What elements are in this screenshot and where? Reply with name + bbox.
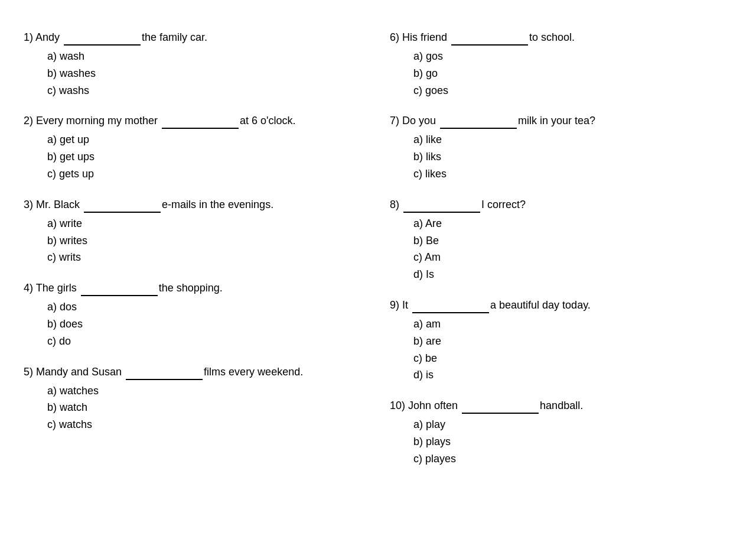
question-text-q9: 9) It a beautiful day today. xyxy=(390,297,732,313)
option-q9-1: b) are xyxy=(408,333,732,350)
option-q5-0: a) watches xyxy=(41,382,354,400)
option-q1-1: b) washes xyxy=(41,65,354,82)
option-q9-0: a) am xyxy=(408,316,732,333)
question-after-q8: I correct? xyxy=(481,199,526,210)
option-q8-3: d) Is xyxy=(408,266,732,283)
question-before-q10: 10) John often xyxy=(390,400,461,411)
question-after-q9: a beautiful day today. xyxy=(490,299,591,311)
question-before-q2: 2) Every morning my mother xyxy=(24,115,161,126)
question-text-q5: 5) Mandy and Susan films every weekend. xyxy=(24,364,354,380)
option-q10-0: a) play xyxy=(408,416,732,433)
question-block-q2: 2) Every morning my mother at 6 o'clock.… xyxy=(24,113,354,182)
option-q6-1: b) go xyxy=(408,65,732,82)
options-list-q9: a) amb) arec) bed) is xyxy=(390,316,732,384)
option-q4-1: b) does xyxy=(41,316,354,333)
question-blank-q6 xyxy=(451,33,528,46)
question-before-q9: 9) It xyxy=(390,299,411,311)
option-q2-1: b) get ups xyxy=(41,148,354,166)
question-after-q2: at 6 o'clock. xyxy=(240,115,295,126)
question-block-q6: 6) His friend to school.a) gosb) goc) go… xyxy=(390,30,732,99)
question-block-q9: 9) It a beautiful day today.a) amb) arec… xyxy=(390,297,732,384)
options-list-q1: a) washb) washesc) washs xyxy=(24,48,354,99)
option-q9-3: d) is xyxy=(408,366,732,384)
option-q3-1: b) writes xyxy=(41,232,354,249)
question-block-q5: 5) Mandy and Susan films every weekend.a… xyxy=(24,364,354,433)
option-q10-1: b) plays xyxy=(408,433,732,450)
question-block-q3: 3) Mr. Black e-mails in the evenings.a) … xyxy=(24,197,354,266)
option-q7-0: a) like xyxy=(408,131,732,148)
question-after-q7: milk in your tea? xyxy=(518,115,595,126)
option-q4-2: c) do xyxy=(41,333,354,350)
option-q7-2: c) likes xyxy=(408,166,732,183)
options-list-q3: a) writeb) writesc) writs xyxy=(24,215,354,266)
question-after-q10: handball. xyxy=(540,400,583,411)
question-before-q6: 6) His friend xyxy=(390,31,450,43)
question-block-q1: 1) Andy the family car.a) washb) washesc… xyxy=(24,30,354,99)
option-q3-2: c) writs xyxy=(41,249,354,266)
question-after-q1: the family car. xyxy=(142,31,207,43)
question-text-q10: 10) John often handball. xyxy=(390,398,732,414)
question-blank-q9 xyxy=(412,300,489,313)
question-after-q6: to school. xyxy=(529,31,575,43)
option-q3-0: a) write xyxy=(41,215,354,232)
options-list-q4: a) dosb) doesc) do xyxy=(24,299,354,349)
right-column: 6) His friend to school.a) gosb) goc) go… xyxy=(378,30,732,482)
question-text-q3: 3) Mr. Black e-mails in the evenings. xyxy=(24,197,354,213)
question-blank-q8 xyxy=(403,200,480,213)
question-blank-q2 xyxy=(162,116,239,129)
question-text-q1: 1) Andy the family car. xyxy=(24,30,354,46)
options-list-q2: a) get upb) get upsc) gets up xyxy=(24,131,354,182)
question-after-q3: e-mails in the evenings. xyxy=(162,199,273,210)
question-text-q6: 6) His friend to school. xyxy=(390,30,732,46)
options-list-q6: a) gosb) goc) goes xyxy=(390,48,732,99)
question-after-q4: the shopping. xyxy=(159,282,223,294)
option-q2-2: c) gets up xyxy=(41,166,354,183)
question-before-q3: 3) Mr. Black xyxy=(24,199,83,210)
question-before-q1: 1) Andy xyxy=(24,31,63,43)
options-list-q7: a) likeb) liksc) likes xyxy=(390,131,732,182)
question-text-q8: 8) I correct? xyxy=(390,197,732,213)
option-q5-1: b) watch xyxy=(41,399,354,416)
question-block-q4: 4) The girls the shopping.a) dosb) doesc… xyxy=(24,280,354,349)
question-before-q8: 8) xyxy=(390,199,402,210)
question-block-q8: 8) I correct?a) Areb) Bec) Amd) Is xyxy=(390,197,732,283)
question-blank-q5 xyxy=(126,367,203,380)
left-column: 1) Andy the family car.a) washb) washesc… xyxy=(24,30,378,482)
option-q6-0: a) gos xyxy=(408,48,732,65)
options-list-q5: a) watchesb) watchc) watchs xyxy=(24,382,354,433)
question-text-q7: 7) Do you milk in your tea? xyxy=(390,113,732,129)
question-after-q5: films every weekend. xyxy=(204,366,303,378)
option-q6-2: c) goes xyxy=(408,82,732,99)
option-q8-2: c) Am xyxy=(408,249,732,266)
option-q1-2: c) washs xyxy=(41,82,354,99)
question-block-q7: 7) Do you milk in your tea?a) likeb) lik… xyxy=(390,113,732,182)
question-blank-q10 xyxy=(462,401,539,414)
question-blank-q1 xyxy=(64,33,141,46)
question-blank-q3 xyxy=(84,200,161,213)
option-q8-0: a) Are xyxy=(408,215,732,232)
option-q7-1: b) liks xyxy=(408,148,732,166)
question-text-q2: 2) Every morning my mother at 6 o'clock. xyxy=(24,113,354,129)
option-q5-2: c) watchs xyxy=(41,416,354,433)
option-q8-1: b) Be xyxy=(408,232,732,249)
question-blank-q7 xyxy=(440,116,517,129)
question-text-q4: 4) The girls the shopping. xyxy=(24,280,354,296)
question-before-q5: 5) Mandy and Susan xyxy=(24,366,125,378)
option-q4-0: a) dos xyxy=(41,299,354,316)
options-list-q8: a) Areb) Bec) Amd) Is xyxy=(390,215,732,283)
question-before-q4: 4) The girls xyxy=(24,282,80,294)
question-before-q7: 7) Do you xyxy=(390,115,439,126)
option-q10-2: c) playes xyxy=(408,450,732,468)
option-q9-2: c) be xyxy=(408,350,732,367)
question-block-q10: 10) John often handball.a) playb) playsc… xyxy=(390,398,732,467)
question-blank-q4 xyxy=(81,284,158,297)
option-q2-0: a) get up xyxy=(41,131,354,148)
option-q1-0: a) wash xyxy=(41,48,354,65)
options-list-q10: a) playb) playsc) playes xyxy=(390,416,732,467)
